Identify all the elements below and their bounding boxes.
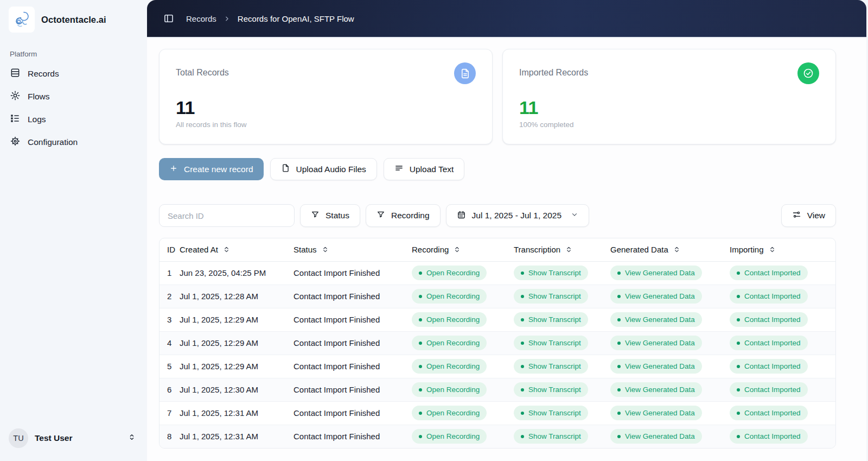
status-dot-icon (617, 318, 621, 321)
open-recording-badge[interactable]: Open Recording (412, 359, 487, 374)
open-recording-badge[interactable]: Open Recording (412, 312, 487, 327)
cell-status: Contact Import Finished (293, 331, 412, 355)
table-row: 6Jul 1, 2025, 12:30 AMContact Import Fin… (159, 378, 835, 401)
contact-imported-badge[interactable]: Contact Imported (730, 406, 808, 420)
status-dot-icon (521, 295, 524, 298)
total-records-card: Total Records 11 All records in this flo… (159, 49, 493, 144)
column-header-importing[interactable]: Importing (730, 238, 835, 261)
status-dot-icon (617, 365, 621, 368)
status-dot-icon (617, 388, 621, 391)
sort-icon[interactable] (673, 246, 680, 253)
contact-imported-badge[interactable]: Contact Imported (730, 429, 808, 444)
status-dot-icon (737, 295, 740, 298)
view-generated-data-badge[interactable]: View Generated Data (610, 312, 702, 327)
sort-icon[interactable] (322, 246, 329, 253)
column-header-status[interactable]: Status (293, 238, 412, 261)
view-generated-data-badge[interactable]: View Generated Data (610, 406, 702, 420)
brand[interactable]: Octotentacle.ai (0, 0, 147, 36)
contact-imported-badge[interactable]: Contact Imported (730, 382, 808, 397)
cell-contact-imported: Contact Imported (730, 401, 835, 425)
sidebar-item-label: Configuration (28, 137, 78, 147)
sort-icon[interactable] (454, 246, 461, 253)
view-generated-data-badge[interactable]: View Generated Data (610, 382, 702, 397)
search-id-input[interactable] (159, 204, 295, 227)
show-transcript-badge[interactable]: Show Transcript (514, 266, 588, 280)
cell-view-generated-data: View Generated Data (610, 401, 730, 425)
open-recording-badge[interactable]: Open Recording (412, 382, 487, 397)
status-dot-icon (419, 295, 422, 298)
filters-row: Status Recording (159, 204, 836, 227)
status-dot-icon (521, 435, 524, 438)
column-header-transcription[interactable]: Transcription (514, 238, 610, 261)
view-generated-data-badge[interactable]: View Generated Data (610, 289, 702, 304)
view-generated-data-badge[interactable]: View Generated Data (610, 336, 702, 350)
sort-icon[interactable] (565, 246, 572, 253)
show-transcript-badge[interactable]: Show Transcript (514, 289, 588, 304)
sort-icon[interactable] (223, 246, 230, 253)
recording-filter-button[interactable]: Recording (366, 204, 441, 227)
breadcrumb-records[interactable]: Records (186, 14, 216, 23)
cell-created-at: Jul 1, 2025, 12:31 AM (180, 401, 293, 425)
status-dot-icon (617, 412, 621, 415)
view-generated-data-badge[interactable]: View Generated Data (610, 429, 702, 444)
open-recording-badge[interactable]: Open Recording (412, 289, 487, 304)
open-recording-badge[interactable]: Open Recording (412, 336, 487, 350)
show-transcript-badge[interactable]: Show Transcript (514, 429, 588, 444)
breadcrumb-current-page: Records for OpenAI, SFTP Flow (238, 14, 354, 23)
sidebar-item-flows[interactable]: Flows (0, 85, 147, 108)
sliders-icon (792, 210, 801, 222)
status-filter-button[interactable]: Status (300, 204, 360, 227)
cell-contact-imported: Contact Imported (730, 425, 835, 448)
user-menu[interactable]: TU Test User (0, 421, 147, 461)
check-circle-icon (797, 62, 819, 84)
calendar-icon (457, 210, 466, 222)
upload-audio-files-button[interactable]: Upload Audio Files (270, 158, 377, 180)
status-dot-icon (419, 342, 422, 345)
status-dot-icon (419, 435, 422, 438)
show-transcript-badge[interactable]: Show Transcript (514, 336, 588, 350)
column-header-created-at[interactable]: Created At (180, 238, 293, 261)
contact-imported-badge[interactable]: Contact Imported (730, 289, 808, 304)
configuration-gear-icon (10, 136, 21, 149)
upload-text-button[interactable]: Upload Text (384, 158, 465, 180)
status-dot-icon (737, 318, 740, 321)
cell-open-recording: Open Recording (412, 401, 514, 425)
date-range-picker[interactable]: Jul 1, 2025 - Jul 1, 2025 (446, 204, 589, 227)
cell-show-transcript: Show Transcript (514, 261, 610, 285)
sidebar: Octotentacle.ai Platform Records (0, 0, 147, 461)
open-recording-badge[interactable]: Open Recording (412, 266, 487, 280)
status-dot-icon (419, 365, 422, 368)
sidebar-item-records[interactable]: Records (0, 62, 147, 85)
cell-created-at: Jul 1, 2025, 12:31 AM (180, 425, 293, 448)
column-header-generated-data[interactable]: Generated Data (610, 238, 730, 261)
column-header-id: ID (159, 238, 180, 261)
view-generated-data-badge[interactable]: View Generated Data (610, 359, 702, 374)
show-transcript-badge[interactable]: Show Transcript (514, 312, 588, 327)
cell-status: Contact Import Finished (293, 261, 412, 285)
show-transcript-badge[interactable]: Show Transcript (514, 359, 588, 374)
column-header-recording[interactable]: Recording (412, 238, 514, 261)
sidebar-item-logs[interactable]: Logs (0, 108, 147, 131)
contact-imported-badge[interactable]: Contact Imported (730, 312, 808, 327)
create-new-record-button[interactable]: Create new record (159, 158, 264, 180)
cell-id: 4 (159, 331, 180, 355)
cell-created-at: Jul 1, 2025, 12:29 AM (180, 308, 293, 331)
cell-open-recording: Open Recording (412, 425, 514, 448)
view-button[interactable]: View (781, 204, 836, 227)
sort-icon[interactable] (769, 246, 776, 253)
open-recording-badge[interactable]: Open Recording (412, 406, 487, 420)
user-name: Test User (35, 433, 73, 443)
contact-imported-badge[interactable]: Contact Imported (730, 359, 808, 374)
table-row: 1Jun 23, 2025, 04:25 PMContact Import Fi… (159, 261, 835, 285)
status-dot-icon (521, 318, 524, 321)
cell-status: Contact Import Finished (293, 378, 412, 401)
show-transcript-badge[interactable]: Show Transcript (514, 382, 588, 397)
sidebar-item-configuration[interactable]: Configuration (0, 131, 147, 154)
contact-imported-badge[interactable]: Contact Imported (730, 336, 808, 350)
panel-left-icon[interactable] (163, 13, 174, 24)
open-recording-badge[interactable]: Open Recording (412, 429, 487, 444)
cell-view-generated-data: View Generated Data (610, 378, 730, 401)
contact-imported-badge[interactable]: Contact Imported (730, 266, 808, 280)
view-generated-data-badge[interactable]: View Generated Data (610, 266, 702, 280)
show-transcript-badge[interactable]: Show Transcript (514, 406, 588, 420)
